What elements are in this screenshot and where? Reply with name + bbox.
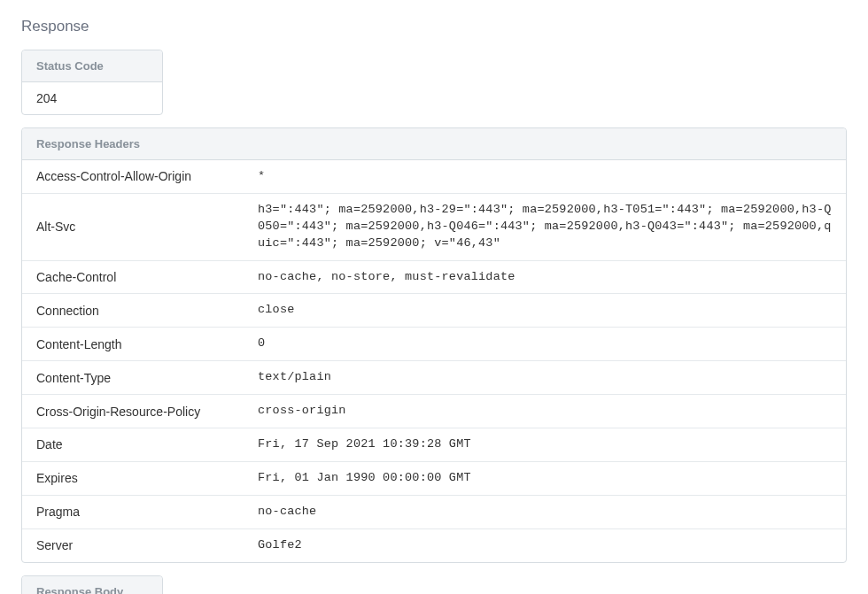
- table-row: Content-Typetext/plain: [22, 361, 846, 395]
- header-name-cell: Connection: [22, 294, 244, 328]
- header-name-cell: Server: [22, 528, 244, 561]
- header-value-cell: cross-origin: [244, 395, 846, 428]
- header-value-cell: 0: [244, 328, 846, 361]
- response-headers-panel: Response Headers Access-Control-Allow-Or…: [21, 127, 847, 563]
- header-value-cell: Golfe2: [244, 528, 846, 561]
- table-row: Access-Control-Allow-Origin*: [22, 160, 846, 193]
- table-row: Connectionclose: [22, 294, 846, 328]
- header-name-cell: Cross-Origin-Resource-Policy: [22, 395, 244, 428]
- table-row: ExpiresFri, 01 Jan 1990 00:00:00 GMT: [22, 461, 846, 495]
- table-row: Cross-Origin-Resource-Policycross-origin: [22, 395, 846, 428]
- header-value-cell: no-cache: [244, 495, 846, 528]
- response-body-header: Response Body: [22, 576, 162, 594]
- header-value-cell: *: [244, 160, 846, 193]
- header-value-cell: h3=":443"; ma=2592000,h3-29=":443"; ma=2…: [244, 193, 846, 260]
- header-name-cell: Access-Control-Allow-Origin: [22, 160, 244, 193]
- header-value-cell: no-cache, no-store, must-revalidate: [244, 260, 846, 294]
- table-row: ServerGolfe2: [22, 528, 846, 561]
- status-code-value: 204: [22, 82, 162, 114]
- status-code-panel: Status Code 204: [21, 50, 163, 115]
- status-code-header: Status Code: [22, 50, 162, 82]
- header-name-cell: Date: [22, 428, 244, 462]
- header-value-cell: Fri, 17 Sep 2021 10:39:28 GMT: [244, 428, 846, 462]
- response-headers-header: Response Headers: [22, 128, 846, 160]
- response-headers-table: Access-Control-Allow-Origin*Alt-Svch3=":…: [22, 160, 846, 562]
- response-section-title: Response: [21, 18, 847, 35]
- response-body-panel: Response Body None: [21, 575, 163, 594]
- header-name-cell: Content-Length: [22, 328, 244, 361]
- table-row: DateFri, 17 Sep 2021 10:39:28 GMT: [22, 428, 846, 462]
- header-value-cell: text/plain: [244, 361, 846, 395]
- header-value-cell: close: [244, 294, 846, 328]
- table-row: Cache-Controlno-cache, no-store, must-re…: [22, 260, 846, 294]
- header-value-cell: Fri, 01 Jan 1990 00:00:00 GMT: [244, 461, 846, 495]
- header-name-cell: Alt-Svc: [22, 193, 244, 260]
- header-name-cell: Pragma: [22, 495, 244, 528]
- table-row: Pragmano-cache: [22, 495, 846, 528]
- table-row: Content-Length0: [22, 328, 846, 361]
- header-name-cell: Expires: [22, 461, 244, 495]
- table-row: Alt-Svch3=":443"; ma=2592000,h3-29=":443…: [22, 193, 846, 260]
- header-name-cell: Content-Type: [22, 361, 244, 395]
- header-name-cell: Cache-Control: [22, 260, 244, 294]
